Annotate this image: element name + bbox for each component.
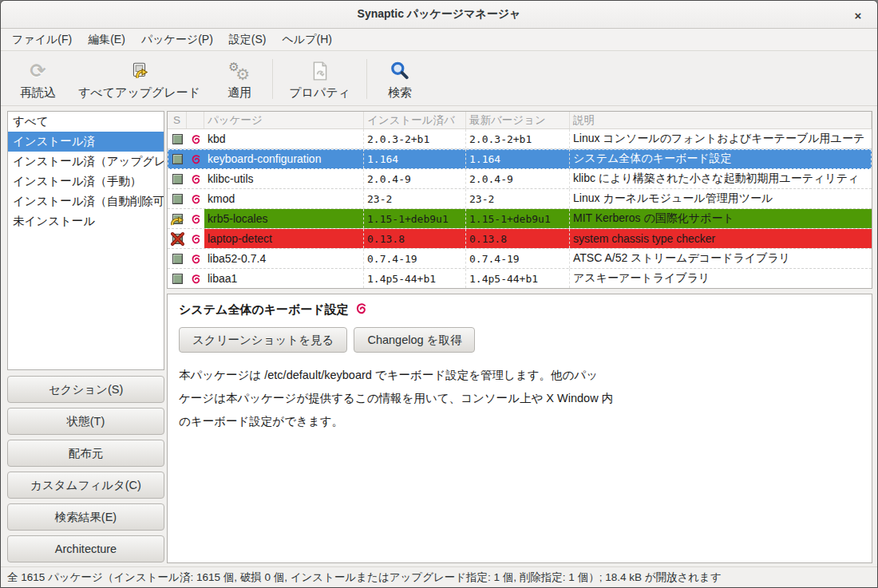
column-header-latest-version[interactable]: 最新バージョン <box>466 112 570 128</box>
latest-version: 0.7.4-19 <box>466 249 570 268</box>
sidebar: すべて インストール済 インストール済（アップグレ インストール済（手動） イン… <box>7 111 164 563</box>
package-table: S パッケージ インストール済バ 最新バージョン 説明 kbd 2.0.3-2+… <box>167 111 872 289</box>
apply-gears-icon: ⚙⚙ <box>228 59 251 83</box>
upgrade-all-label: すべてアップグレード <box>78 85 200 101</box>
toolbar: ⟳ 再読込 すべてアップグレード ⚙⚙ 適用 <box>1 51 877 106</box>
debian-swirl-icon <box>355 302 367 318</box>
table-row[interactable]: kmod 23-2 23-2 Linux カーネルモジュール管理用ツール <box>168 189 872 209</box>
package-name: kmod <box>204 189 364 208</box>
package-name: klibc-utils <box>204 169 364 188</box>
package-name: krb5-locales <box>204 209 364 228</box>
filter-list: すべて インストール済 インストール済（アップグレ インストール済（手動） イン… <box>7 111 164 370</box>
menu-edit[interactable]: 編集(E) <box>80 30 133 50</box>
debian-swirl-icon <box>187 149 204 168</box>
debian-swirl-icon <box>187 249 204 268</box>
debian-swirl-icon <box>187 209 204 228</box>
table-row-marked-removal[interactable]: laptop-detect 0.13.8 0.13.8 system chass… <box>168 229 872 249</box>
statusbar: 全 1615 パッケージ（インストール済: 1615 個, 破損 0 個, イン… <box>1 566 877 587</box>
filter-item-all[interactable]: すべて <box>8 112 164 132</box>
column-header-installed-version[interactable]: インストール済バ <box>364 112 466 128</box>
properties-label: プロパティ <box>289 85 350 101</box>
package-description: ATSC A/52 ストリームデコードライブラリ <box>570 249 872 268</box>
column-header-package[interactable]: パッケージ <box>204 112 364 128</box>
search-label: 検索 <box>388 85 412 101</box>
installed-version: 2.0.3-2+b1 <box>364 129 466 148</box>
reload-button[interactable]: ⟳ 再読込 <box>9 56 67 102</box>
table-row[interactable]: klibc-utils 2.0.4-9 2.0.4-9 klibc により構築さ… <box>168 169 872 189</box>
apply-label: 適用 <box>227 85 251 101</box>
filter-item-installed[interactable]: インストール済 <box>8 132 164 152</box>
installed-checkbox-icon <box>172 194 183 204</box>
menu-file[interactable]: ファイル(F) <box>4 30 80 50</box>
menu-settings[interactable]: 設定(S) <box>221 30 275 50</box>
menu-help[interactable]: ヘルプ(H) <box>275 30 340 50</box>
installed-checkbox-icon <box>172 154 183 164</box>
package-description: klibc により構築された小さな起動初期用ユーティリティ <box>570 169 872 188</box>
removal-marked-checkbox-icon <box>172 234 183 244</box>
installed-version: 0.13.8 <box>364 229 466 248</box>
synaptic-window: Synaptic パッケージマネージャ × ファイル(F) 編集(E) パッケー… <box>0 0 878 588</box>
package-description: Linux カーネルモジュール管理用ツール <box>570 189 872 208</box>
properties-icon <box>310 59 330 83</box>
filter-item-installed-autoremovable[interactable]: インストール済（自動削除可 <box>8 191 164 211</box>
debian-swirl-icon <box>187 229 204 248</box>
search-results-button[interactable]: 検索結果(E) <box>7 503 164 531</box>
table-row[interactable]: liba52-0.7.4 0.7.4-19 0.7.4-19 ATSC A/52… <box>168 249 872 269</box>
package-description: Linux コンソールのフォントおよびキーテーブル用ユーテ <box>570 129 872 148</box>
status-button[interactable]: 状態(T) <box>7 408 164 435</box>
package-name: keyboard-configuration <box>204 149 364 168</box>
apply-button[interactable]: ⚙⚙ 適用 <box>212 56 267 102</box>
package-name: laptop-detect <box>204 229 364 248</box>
upgrade-marked-checkbox-icon <box>172 214 183 224</box>
installed-version: 2.0.4-9 <box>364 169 466 188</box>
properties-button[interactable]: プロパティ <box>278 56 362 102</box>
window-title: Synaptic パッケージマネージャ <box>358 7 521 22</box>
reload-icon: ⟳ <box>30 59 45 83</box>
package-description: システム全体のキーボード設定 <box>570 149 872 168</box>
installed-version: 0.7.4-19 <box>364 249 466 268</box>
custom-filters-button[interactable]: カスタムフィルタ(C) <box>7 472 164 499</box>
column-header-status[interactable]: S <box>168 112 187 128</box>
table-row[interactable]: kbd 2.0.3-2+b1 2.0.3-2+b1 Linux コンソールのフォ… <box>168 129 872 149</box>
filter-item-installed-upgradable[interactable]: インストール済（アップグレ <box>8 152 164 172</box>
package-description: アスキーアートライブラリ <box>570 269 872 288</box>
details-description: 本パッケージは /etc/default/keyboard でキーボード設定を管… <box>179 364 860 433</box>
installed-checkbox-icon <box>172 174 183 184</box>
installed-checkbox-icon <box>172 254 183 264</box>
close-button[interactable]: × <box>848 6 868 25</box>
titlebar: Synaptic パッケージマネージャ × <box>1 1 877 29</box>
details-title: システム全体のキーボード設定 <box>179 302 349 318</box>
package-panel: S パッケージ インストール済バ 最新バージョン 説明 kbd 2.0.3-2+… <box>167 111 872 563</box>
reload-label: 再読込 <box>20 85 56 101</box>
search-button[interactable]: 検索 <box>372 56 428 102</box>
filter-view-buttons: セクション(S) 状態(T) 配布元 カスタムフィルタ(C) 検索結果(E) A… <box>7 376 164 562</box>
description-line: のキーボード設定ができます。 <box>179 410 860 433</box>
package-name: kbd <box>204 129 364 148</box>
search-icon <box>390 59 410 83</box>
view-screenshot-button[interactable]: スクリーンショットを見る <box>179 327 347 353</box>
filter-item-installed-manual[interactable]: インストール済（手動） <box>8 172 164 191</box>
package-name: liba52-0.7.4 <box>204 249 364 268</box>
description-line: 本パッケージは /etc/default/keyboard でキーボード設定を管… <box>179 364 860 387</box>
latest-version: 2.0.4-9 <box>466 169 570 188</box>
toolbar-separator <box>272 59 273 99</box>
column-header-icon[interactable] <box>187 112 204 128</box>
origin-button[interactable]: 配布元 <box>7 440 164 467</box>
column-header-description[interactable]: 説明 <box>570 112 872 128</box>
installed-version: 23-2 <box>364 189 466 208</box>
menu-package[interactable]: パッケージ(P) <box>133 30 221 50</box>
get-changelog-button[interactable]: Changelog を取得 <box>354 327 475 353</box>
table-row-marked-upgrade[interactable]: krb5-locales 1.15-1+deb9u1 1.15-1+deb9u1… <box>168 209 872 229</box>
upgrade-all-button[interactable]: すべてアップグレード <box>67 56 212 102</box>
installed-version: 1.4p5-44+b1 <box>364 269 466 288</box>
table-row-selected[interactable]: keyboard-configuration 1.164 1.164 システム全… <box>168 149 872 169</box>
installed-checkbox-icon <box>172 134 183 144</box>
architecture-button[interactable]: Architecture <box>7 535 164 562</box>
sections-button[interactable]: セクション(S) <box>7 376 164 403</box>
latest-version: 2.0.3-2+b1 <box>466 129 570 148</box>
filter-item-not-installed[interactable]: 未インストール <box>8 211 164 231</box>
table-row[interactable]: libaa1 1.4p5-44+b1 1.4p5-44+b1 アスキーアートライ… <box>168 269 872 289</box>
upgrade-all-icon <box>129 59 150 83</box>
latest-version: 1.164 <box>466 149 570 168</box>
debian-swirl-icon <box>187 189 204 208</box>
